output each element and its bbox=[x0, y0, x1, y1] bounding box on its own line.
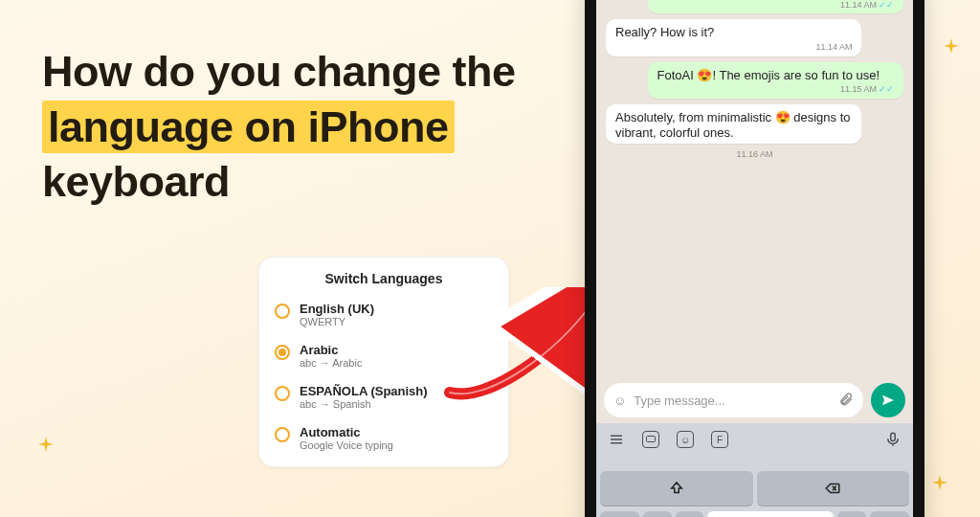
chat-message-received: Really? How is it? 11.14 AM bbox=[606, 19, 861, 56]
message-text: Really? How is it? bbox=[615, 25, 714, 39]
menu-icon[interactable] bbox=[608, 431, 625, 448]
keyboard: 123 ، ☺ الإنجليزية . bbox=[596, 456, 913, 517]
language-card-title: Switch Languages bbox=[259, 271, 508, 286]
language-sub: Google Voice typing bbox=[300, 439, 393, 451]
language-switch-card: Switch Languages English (UK) QWERTY Ara… bbox=[258, 257, 509, 467]
language-name: English (UK) bbox=[300, 302, 374, 316]
keyboard-settings-icon[interactable] bbox=[642, 431, 659, 448]
sparkle-icon bbox=[928, 473, 951, 496]
language-option-spanish[interactable]: ESPAÑOLA (Spanish) abc → Spanish bbox=[259, 376, 508, 417]
message-text: FotoAI 😍! The emojis are so fun to use! bbox=[657, 68, 880, 82]
sparkle-icon bbox=[34, 435, 57, 458]
radio-icon bbox=[275, 427, 290, 442]
backspace-key[interactable] bbox=[757, 471, 910, 506]
numbers-key[interactable]: 123 bbox=[600, 511, 639, 517]
mic-icon[interactable] bbox=[884, 431, 902, 448]
message-time: 11.15 AM bbox=[840, 84, 877, 94]
period-key[interactable]: . bbox=[837, 511, 865, 517]
read-ticks-icon: ✓✓ bbox=[879, 0, 894, 10]
language-sub: abc → Arabic bbox=[300, 357, 362, 369]
headline-line1: How do you change the bbox=[42, 47, 516, 96]
headline-line3: keyboard bbox=[42, 157, 230, 206]
sticker-icon[interactable]: ☺ bbox=[677, 431, 694, 448]
message-placeholder: Type message... bbox=[634, 393, 831, 408]
radio-icon bbox=[275, 386, 290, 401]
svg-rect-7 bbox=[891, 433, 896, 440]
message-input[interactable]: ☺ Type message... bbox=[604, 383, 863, 417]
language-option-english[interactable]: English (UK) QWERTY bbox=[259, 294, 508, 335]
language-sub: abc → Spanish bbox=[300, 398, 428, 410]
shift-key[interactable] bbox=[600, 471, 753, 506]
headline: How do you change the language on iPhone… bbox=[42, 44, 521, 210]
enter-key[interactable] bbox=[870, 511, 909, 517]
language-name: Automatic bbox=[300, 425, 393, 439]
send-button[interactable] bbox=[871, 383, 905, 417]
chat-message-sent: (●'◡'●)＋😉 😊 ]0+{❤👀}=❤ 11.14 AM✓✓ bbox=[648, 0, 903, 13]
language-option-arabic[interactable]: Arabic abc → Arabic bbox=[259, 335, 508, 376]
keyboard-toolbar: ☺ F bbox=[596, 423, 913, 456]
radio-icon bbox=[275, 303, 290, 319]
headline-text: How do you change the language on iPhone… bbox=[42, 44, 521, 210]
chat-area: (●'◡'●)＋😉 😊 ]0+{❤👀}=❤ 11.14 AM✓✓ Really?… bbox=[596, 0, 913, 377]
language-option-automatic[interactable]: Automatic Google Voice typing bbox=[259, 417, 508, 459]
svg-rect-3 bbox=[647, 437, 656, 442]
radio-icon bbox=[275, 345, 290, 360]
sparkle-icon bbox=[940, 36, 963, 59]
chat-message-received: Absolutely, from minimalistic 😍 designs … bbox=[606, 104, 861, 144]
emoji-key[interactable]: ☺ bbox=[676, 511, 703, 517]
language-sub: QWERTY bbox=[300, 316, 374, 327]
language-name: Arabic bbox=[300, 343, 362, 357]
comma-key[interactable]: ، bbox=[643, 511, 671, 517]
font-icon[interactable]: F bbox=[711, 431, 728, 448]
chat-message-sent: FotoAI 😍! The emojis are so fun to use! … bbox=[648, 62, 903, 99]
language-name: ESPAÑOLA (Spanish) bbox=[300, 384, 428, 398]
message-input-bar: ☺ Type message... bbox=[596, 377, 913, 423]
message-time: 11.14 AM bbox=[815, 42, 852, 52]
emoji-icon[interactable]: ☺ bbox=[613, 393, 626, 408]
phone-mockup: (●'◡'●)＋😉 😊 ]0+{❤👀}=❤ 11.14 AM✓✓ Really?… bbox=[585, 0, 924, 517]
attachment-icon[interactable] bbox=[838, 392, 854, 410]
space-key[interactable]: الإنجليزية bbox=[707, 511, 834, 517]
headline-line2: language on iPhone bbox=[42, 101, 455, 153]
message-time: 11.14 AM bbox=[840, 0, 877, 10]
read-ticks-icon: ✓✓ bbox=[879, 84, 894, 94]
message-text: Absolutely, from minimalistic 😍 designs … bbox=[615, 110, 851, 140]
message-time: 11.16 AM bbox=[606, 149, 903, 159]
